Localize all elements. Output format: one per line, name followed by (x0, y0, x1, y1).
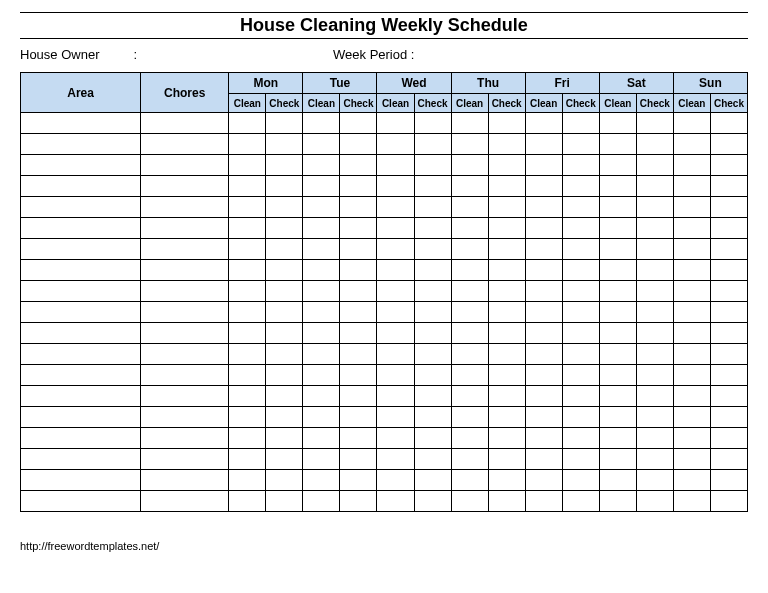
cell[interactable] (141, 281, 229, 302)
cell[interactable] (710, 365, 747, 386)
cell[interactable] (21, 281, 141, 302)
cell[interactable] (562, 449, 599, 470)
cell[interactable] (562, 302, 599, 323)
cell[interactable] (525, 344, 562, 365)
cell[interactable] (141, 218, 229, 239)
cell[interactable] (525, 407, 562, 428)
cell[interactable] (340, 197, 377, 218)
cell[interactable] (141, 176, 229, 197)
cell[interactable] (303, 491, 340, 512)
cell[interactable] (414, 134, 451, 155)
cell[interactable] (673, 134, 710, 155)
cell[interactable] (599, 197, 636, 218)
cell[interactable] (451, 113, 488, 134)
cell[interactable] (229, 323, 266, 344)
cell[interactable] (377, 197, 414, 218)
cell[interactable] (229, 344, 266, 365)
cell[interactable] (229, 407, 266, 428)
cell[interactable] (414, 113, 451, 134)
cell[interactable] (636, 155, 673, 176)
cell[interactable] (673, 449, 710, 470)
cell[interactable] (229, 281, 266, 302)
cell[interactable] (377, 323, 414, 344)
cell[interactable] (377, 155, 414, 176)
cell[interactable] (599, 176, 636, 197)
cell[interactable] (525, 491, 562, 512)
cell[interactable] (451, 134, 488, 155)
cell[interactable] (599, 344, 636, 365)
cell[interactable] (451, 218, 488, 239)
cell[interactable] (229, 386, 266, 407)
cell[interactable] (599, 113, 636, 134)
cell[interactable] (340, 176, 377, 197)
cell[interactable] (562, 281, 599, 302)
cell[interactable] (141, 449, 229, 470)
cell[interactable] (21, 428, 141, 449)
cell[interactable] (141, 386, 229, 407)
cell[interactable] (525, 428, 562, 449)
cell[interactable] (414, 260, 451, 281)
cell[interactable] (377, 386, 414, 407)
cell[interactable] (636, 302, 673, 323)
cell[interactable] (303, 449, 340, 470)
cell[interactable] (303, 407, 340, 428)
cell[interactable] (340, 218, 377, 239)
cell[interactable] (21, 239, 141, 260)
cell[interactable] (414, 197, 451, 218)
cell[interactable] (562, 365, 599, 386)
cell[interactable] (562, 344, 599, 365)
cell[interactable] (229, 491, 266, 512)
cell[interactable] (340, 239, 377, 260)
cell[interactable] (488, 155, 525, 176)
cell[interactable] (266, 344, 303, 365)
cell[interactable] (266, 176, 303, 197)
cell[interactable] (562, 386, 599, 407)
cell[interactable] (229, 113, 266, 134)
cell[interactable] (673, 407, 710, 428)
cell[interactable] (21, 344, 141, 365)
cell[interactable] (525, 449, 562, 470)
cell[interactable] (525, 470, 562, 491)
cell[interactable] (710, 323, 747, 344)
cell[interactable] (266, 197, 303, 218)
cell[interactable] (710, 134, 747, 155)
cell[interactable] (599, 155, 636, 176)
cell[interactable] (673, 197, 710, 218)
cell[interactable] (673, 176, 710, 197)
cell[interactable] (340, 449, 377, 470)
cell[interactable] (141, 302, 229, 323)
cell[interactable] (377, 113, 414, 134)
cell[interactable] (414, 491, 451, 512)
cell[interactable] (636, 386, 673, 407)
cell[interactable] (303, 281, 340, 302)
cell[interactable] (710, 470, 747, 491)
cell[interactable] (229, 218, 266, 239)
cell[interactable] (599, 365, 636, 386)
cell[interactable] (340, 281, 377, 302)
cell[interactable] (303, 428, 340, 449)
cell[interactable] (303, 113, 340, 134)
cell[interactable] (141, 344, 229, 365)
cell[interactable] (599, 428, 636, 449)
cell[interactable] (21, 323, 141, 344)
cell[interactable] (562, 323, 599, 344)
cell[interactable] (303, 239, 340, 260)
cell[interactable] (414, 323, 451, 344)
cell[interactable] (562, 239, 599, 260)
cell[interactable] (303, 365, 340, 386)
cell[interactable] (599, 239, 636, 260)
cell[interactable] (303, 323, 340, 344)
cell[interactable] (266, 386, 303, 407)
cell[interactable] (229, 428, 266, 449)
cell[interactable] (636, 365, 673, 386)
cell[interactable] (673, 239, 710, 260)
cell[interactable] (710, 344, 747, 365)
cell[interactable] (229, 470, 266, 491)
cell[interactable] (340, 491, 377, 512)
cell[interactable] (562, 428, 599, 449)
cell[interactable] (599, 470, 636, 491)
cell[interactable] (525, 260, 562, 281)
cell[interactable] (266, 428, 303, 449)
cell[interactable] (21, 197, 141, 218)
cell[interactable] (488, 323, 525, 344)
